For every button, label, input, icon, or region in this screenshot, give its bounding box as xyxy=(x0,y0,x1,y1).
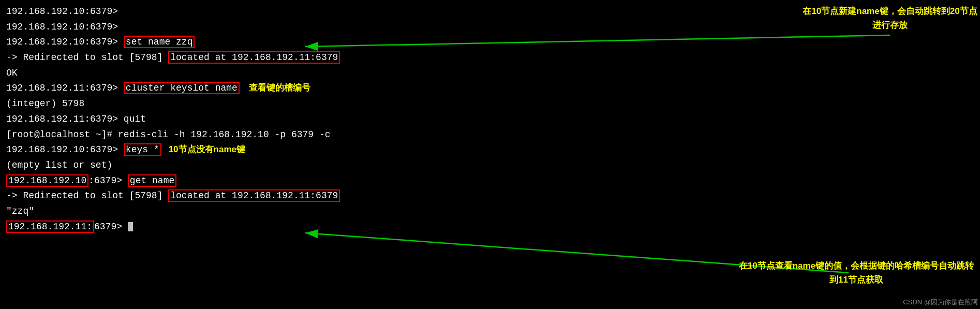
prompt-11: 192.168.192.11:6379> xyxy=(6,83,124,93)
empty-text: (empty list or set) xyxy=(6,160,112,170)
last-ip-box: 192.168.192.11: xyxy=(6,220,94,233)
annotation-1: 在10节点新建name键，会自动跳转到20节点进行存放 xyxy=(802,4,978,32)
watermark: CSDN @因为你是在煎阿 xyxy=(903,298,978,307)
prompt-10-2: 192.168.192.10:6379> xyxy=(6,144,124,155)
last-port: 6379> xyxy=(94,222,128,232)
terminal-line-ok: OK xyxy=(6,66,801,81)
terminal-line-empty: (empty list or set) xyxy=(6,158,801,173)
terminal-line-rediscli: [root@localhost ~]# redis-cli -h 192.168… xyxy=(6,127,801,143)
quit-text: 192.168.192.11:6379> quit xyxy=(6,114,146,124)
ann3-inline: 10节点没有name键 xyxy=(169,144,245,154)
cmd-cluster-keyslot: cluster keyslot name xyxy=(124,82,240,94)
terminal-line: 192.168.192.10:6379> xyxy=(6,20,801,35)
prompt: 192.168.192.10:6379> xyxy=(6,37,124,47)
terminal-line-redirect2: -> Redirected to slot [5798] located at … xyxy=(6,188,801,204)
prompt: 192.168.192.10:6379> xyxy=(6,6,124,17)
located-at-2: located at 192.168.192.11:6379 xyxy=(168,189,340,202)
ip-box: 192.168.192.10 xyxy=(6,174,88,187)
located-at-1: located at 192.168.192.11:6379 xyxy=(168,51,340,64)
cmd-get-name: get name xyxy=(128,174,176,187)
terminal: 192.168.192.10:6379> 192.168.192.10:6379… xyxy=(0,0,807,309)
rediscli-text: [root@localhost ~]# redis-cli -h 192.168… xyxy=(6,129,331,140)
redirect-prefix: -> Redirected to slot [5798] xyxy=(6,52,168,63)
terminal-line-set: 192.168.192.10:6379> set name zzq xyxy=(6,35,801,50)
ann2-inline: 查看键的槽编号 xyxy=(249,83,310,93)
zzq-value: "zzq" xyxy=(6,206,34,216)
terminal-line-integer: (integer) 5798 xyxy=(6,96,801,112)
integer-text: (integer) 5798 xyxy=(6,98,84,109)
terminal-line-keys: 192.168.192.10:6379> keys *10节点没有name键 xyxy=(6,142,801,158)
port-text: :6379> xyxy=(88,175,128,186)
terminal-line-get: 192.168.192.10:6379> get name xyxy=(6,173,801,189)
ok-text: OK xyxy=(6,68,18,78)
cmd-keys: keys * xyxy=(124,143,161,156)
annotation-4: 在10节点查看name键的值，会根据键的哈希槽编号自动跳转到11节点获取 xyxy=(735,259,978,287)
redirect-prefix-2: -> Redirected to slot [5798] xyxy=(6,190,168,201)
terminal-line-redirect1: -> Redirected to slot [5798] located at … xyxy=(6,50,801,66)
cursor xyxy=(128,222,133,231)
terminal-line-zzq: "zzq" xyxy=(6,204,801,219)
terminal-line-quit: 192.168.192.11:6379> quit xyxy=(6,112,801,127)
terminal-line: 192.168.192.10:6379> xyxy=(6,4,801,20)
terminal-line-last: 192.168.192.11:6379> xyxy=(6,219,801,235)
cmd-set-name: set name zzq xyxy=(124,36,195,48)
prompt: 192.168.192.10:6379> xyxy=(6,22,124,32)
terminal-line-cluster: 192.168.192.11:6379> cluster keyslot nam… xyxy=(6,81,801,96)
